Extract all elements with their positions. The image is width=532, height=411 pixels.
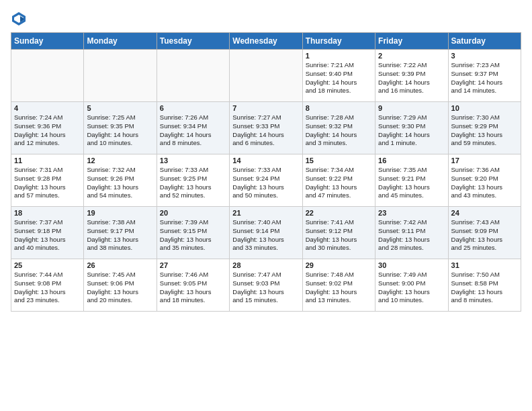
day-number: 26 bbox=[87, 261, 153, 269]
day-number: 5 bbox=[87, 104, 153, 112]
day-number: 1 bbox=[306, 52, 372, 60]
calendar-cell: 24Sunrise: 7:43 AM Sunset: 9:09 PM Dayli… bbox=[448, 207, 521, 259]
calendar-cell bbox=[11, 50, 84, 102]
day-number: 22 bbox=[306, 209, 372, 217]
calendar-cell: 26Sunrise: 7:45 AM Sunset: 9:06 PM Dayli… bbox=[84, 259, 157, 312]
day-number: 2 bbox=[378, 52, 445, 60]
calendar-cell bbox=[84, 50, 157, 102]
calendar-week-row: 18Sunrise: 7:37 AM Sunset: 9:18 PM Dayli… bbox=[11, 207, 521, 259]
weekday-header-friday: Friday bbox=[375, 33, 448, 50]
calendar-cell: 11Sunrise: 7:31 AM Sunset: 9:28 PM Dayli… bbox=[11, 154, 84, 207]
day-info: Sunrise: 7:42 AM Sunset: 9:11 PM Dayligh… bbox=[378, 218, 445, 253]
day-info: Sunrise: 7:40 AM Sunset: 9:14 PM Dayligh… bbox=[232, 218, 299, 253]
calendar-cell: 17Sunrise: 7:36 AM Sunset: 9:20 PM Dayli… bbox=[448, 154, 521, 207]
calendar-cell: 16Sunrise: 7:35 AM Sunset: 9:21 PM Dayli… bbox=[375, 154, 448, 207]
calendar-cell: 3Sunrise: 7:23 AM Sunset: 9:37 PM Daylig… bbox=[448, 50, 521, 102]
day-number: 20 bbox=[160, 209, 226, 217]
day-info: Sunrise: 7:33 AM Sunset: 9:25 PM Dayligh… bbox=[160, 166, 226, 200]
day-info: Sunrise: 7:26 AM Sunset: 9:34 PM Dayligh… bbox=[160, 113, 226, 148]
day-info: Sunrise: 7:33 AM Sunset: 9:24 PM Dayligh… bbox=[232, 166, 299, 200]
day-number: 23 bbox=[378, 209, 445, 217]
day-number: 14 bbox=[232, 156, 299, 165]
calendar-cell: 5Sunrise: 7:25 AM Sunset: 9:35 PM Daylig… bbox=[84, 102, 157, 154]
calendar-cell: 14Sunrise: 7:33 AM Sunset: 9:24 PM Dayli… bbox=[230, 154, 302, 207]
day-info: Sunrise: 7:47 AM Sunset: 9:03 PM Dayligh… bbox=[232, 271, 299, 305]
weekday-header-sunday: Sunday bbox=[11, 33, 84, 50]
logo bbox=[11, 11, 30, 27]
day-info: Sunrise: 7:46 AM Sunset: 9:05 PM Dayligh… bbox=[160, 271, 226, 305]
calendar-cell: 15Sunrise: 7:34 AM Sunset: 9:22 PM Dayli… bbox=[302, 154, 375, 207]
day-info: Sunrise: 7:43 AM Sunset: 9:09 PM Dayligh… bbox=[451, 218, 518, 253]
day-info: Sunrise: 7:29 AM Sunset: 9:30 PM Dayligh… bbox=[378, 113, 445, 148]
calendar-week-row: 25Sunrise: 7:44 AM Sunset: 9:08 PM Dayli… bbox=[11, 259, 521, 312]
calendar-cell: 8Sunrise: 7:28 AM Sunset: 9:32 PM Daylig… bbox=[302, 102, 375, 154]
day-number: 7 bbox=[232, 104, 299, 112]
calendar-cell: 18Sunrise: 7:37 AM Sunset: 9:18 PM Dayli… bbox=[11, 207, 84, 259]
day-info: Sunrise: 7:41 AM Sunset: 9:12 PM Dayligh… bbox=[306, 218, 372, 253]
calendar-cell: 12Sunrise: 7:32 AM Sunset: 9:26 PM Dayli… bbox=[84, 154, 157, 207]
day-info: Sunrise: 7:38 AM Sunset: 9:17 PM Dayligh… bbox=[87, 218, 153, 253]
calendar-cell: 22Sunrise: 7:41 AM Sunset: 9:12 PM Dayli… bbox=[302, 207, 375, 259]
day-number: 11 bbox=[14, 156, 81, 165]
calendar-cell: 25Sunrise: 7:44 AM Sunset: 9:08 PM Dayli… bbox=[11, 259, 84, 312]
weekday-header-thursday: Thursday bbox=[302, 33, 375, 50]
calendar-cell: 29Sunrise: 7:48 AM Sunset: 9:02 PM Dayli… bbox=[302, 259, 375, 312]
day-info: Sunrise: 7:50 AM Sunset: 8:58 PM Dayligh… bbox=[451, 271, 518, 305]
day-number: 16 bbox=[378, 156, 445, 165]
weekday-header-tuesday: Tuesday bbox=[157, 33, 229, 50]
calendar-cell: 4Sunrise: 7:24 AM Sunset: 9:36 PM Daylig… bbox=[11, 102, 84, 154]
calendar-cell: 23Sunrise: 7:42 AM Sunset: 9:11 PM Dayli… bbox=[375, 207, 448, 259]
header bbox=[11, 11, 521, 27]
day-info: Sunrise: 7:44 AM Sunset: 9:08 PM Dayligh… bbox=[14, 271, 81, 305]
day-info: Sunrise: 7:37 AM Sunset: 9:18 PM Dayligh… bbox=[14, 218, 81, 253]
calendar-cell: 2Sunrise: 7:22 AM Sunset: 9:39 PM Daylig… bbox=[375, 50, 448, 102]
day-number: 24 bbox=[451, 209, 518, 217]
calendar-week-row: 1Sunrise: 7:21 AM Sunset: 9:40 PM Daylig… bbox=[11, 50, 521, 102]
day-info: Sunrise: 7:21 AM Sunset: 9:40 PM Dayligh… bbox=[306, 61, 372, 95]
calendar-cell: 27Sunrise: 7:46 AM Sunset: 9:05 PM Dayli… bbox=[157, 259, 229, 312]
calendar-cell bbox=[230, 50, 302, 102]
calendar-cell: 1Sunrise: 7:21 AM Sunset: 9:40 PM Daylig… bbox=[302, 50, 375, 102]
weekday-header-saturday: Saturday bbox=[448, 33, 521, 50]
calendar-table: SundayMondayTuesdayWednesdayThursdayFrid… bbox=[11, 32, 521, 312]
calendar-cell: 30Sunrise: 7:49 AM Sunset: 9:00 PM Dayli… bbox=[375, 259, 448, 312]
day-number: 9 bbox=[378, 104, 445, 112]
day-info: Sunrise: 7:32 AM Sunset: 9:26 PM Dayligh… bbox=[87, 166, 153, 200]
day-info: Sunrise: 7:25 AM Sunset: 9:35 PM Dayligh… bbox=[87, 113, 153, 148]
day-number: 6 bbox=[160, 104, 226, 112]
calendar-cell: 28Sunrise: 7:47 AM Sunset: 9:03 PM Dayli… bbox=[230, 259, 302, 312]
day-number: 27 bbox=[160, 261, 226, 269]
calendar-cell: 10Sunrise: 7:30 AM Sunset: 9:29 PM Dayli… bbox=[448, 102, 521, 154]
day-number: 31 bbox=[451, 261, 518, 269]
day-info: Sunrise: 7:49 AM Sunset: 9:00 PM Dayligh… bbox=[378, 271, 445, 305]
day-info: Sunrise: 7:48 AM Sunset: 9:02 PM Dayligh… bbox=[306, 271, 372, 305]
calendar-cell bbox=[157, 50, 229, 102]
weekday-header-wednesday: Wednesday bbox=[230, 33, 302, 50]
day-number: 13 bbox=[160, 156, 226, 165]
day-info: Sunrise: 7:35 AM Sunset: 9:21 PM Dayligh… bbox=[378, 166, 445, 200]
day-number: 4 bbox=[14, 104, 81, 112]
day-number: 3 bbox=[451, 52, 518, 60]
calendar-cell: 31Sunrise: 7:50 AM Sunset: 8:58 PM Dayli… bbox=[448, 259, 521, 312]
day-number: 10 bbox=[451, 104, 518, 112]
day-number: 21 bbox=[232, 209, 299, 217]
calendar-week-row: 4Sunrise: 7:24 AM Sunset: 9:36 PM Daylig… bbox=[11, 102, 521, 154]
day-info: Sunrise: 7:34 AM Sunset: 9:22 PM Dayligh… bbox=[306, 166, 372, 200]
calendar-cell: 7Sunrise: 7:27 AM Sunset: 9:33 PM Daylig… bbox=[230, 102, 302, 154]
day-info: Sunrise: 7:30 AM Sunset: 9:29 PM Dayligh… bbox=[451, 113, 518, 148]
day-number: 25 bbox=[14, 261, 81, 269]
day-number: 15 bbox=[306, 156, 372, 165]
calendar-week-row: 11Sunrise: 7:31 AM Sunset: 9:28 PM Dayli… bbox=[11, 154, 521, 207]
day-number: 17 bbox=[451, 156, 518, 165]
day-info: Sunrise: 7:23 AM Sunset: 9:37 PM Dayligh… bbox=[451, 61, 518, 95]
day-number: 19 bbox=[87, 209, 153, 217]
day-info: Sunrise: 7:22 AM Sunset: 9:39 PM Dayligh… bbox=[378, 61, 445, 95]
calendar-cell: 21Sunrise: 7:40 AM Sunset: 9:14 PM Dayli… bbox=[230, 207, 302, 259]
calendar-cell: 19Sunrise: 7:38 AM Sunset: 9:17 PM Dayli… bbox=[84, 207, 157, 259]
day-number: 30 bbox=[378, 261, 445, 269]
logo-icon bbox=[11, 11, 27, 27]
day-number: 18 bbox=[14, 209, 81, 217]
calendar-cell: 6Sunrise: 7:26 AM Sunset: 9:34 PM Daylig… bbox=[157, 102, 229, 154]
day-info: Sunrise: 7:36 AM Sunset: 9:20 PM Dayligh… bbox=[451, 166, 518, 200]
calendar-cell: 20Sunrise: 7:39 AM Sunset: 9:15 PM Dayli… bbox=[157, 207, 229, 259]
